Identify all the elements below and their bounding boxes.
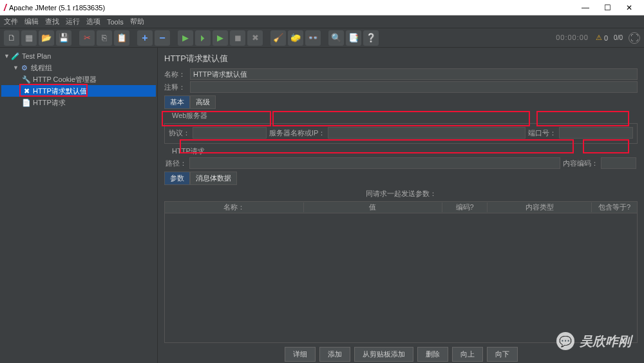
- tree-cookie-manager[interactable]: 🔧HTTP Cookie管理器: [1, 74, 156, 85]
- tree-test-plan[interactable]: ▼🧪Test Plan: [1, 50, 156, 62]
- open-button[interactable]: 📂: [39, 30, 54, 46]
- copy-button[interactable]: ⎘: [97, 30, 112, 46]
- clear-all-button[interactable]: 🧽: [288, 30, 303, 46]
- http-section-label: HTTP请求: [172, 146, 638, 156]
- protocol-label: 协议：: [169, 128, 190, 138]
- maximize-button[interactable]: ☐: [596, 1, 618, 14]
- params-table-body[interactable]: [165, 213, 637, 342]
- tree-http-defaults[interactable]: ✖HTTP请求默认值: [1, 85, 156, 97]
- content-panel: HTTP请求默认值 名称： 注释： 基本 高级 Web服务器 协议： 服务器名称…: [158, 48, 644, 363]
- name-label: 名称：: [164, 70, 190, 79]
- menu-edit[interactable]: 编辑: [24, 17, 39, 26]
- titlebar: / Apache JMeter (5.1 r1853635) — ☐ ✕: [0, 0, 644, 15]
- col-encode[interactable]: 编码?: [442, 202, 488, 212]
- protocol-input[interactable]: [193, 127, 267, 139]
- toggle-button[interactable]: 👓: [305, 30, 321, 46]
- params-table: 名称： 值 编码? 内容类型 包含等于?: [164, 201, 638, 343]
- new-button[interactable]: 🗋: [4, 30, 19, 46]
- name-input[interactable]: [190, 68, 638, 80]
- warn-badge[interactable]: ⚠0: [596, 34, 608, 42]
- tab-basic[interactable]: 基本: [164, 95, 190, 109]
- del-button[interactable]: 删除: [417, 347, 448, 362]
- col-value[interactable]: 值: [304, 202, 443, 212]
- tab-body[interactable]: 消息体数据: [190, 172, 237, 185]
- app-icon: /: [4, 3, 6, 13]
- wechat-icon: 💬: [556, 332, 574, 350]
- col-name[interactable]: 名称：: [165, 202, 304, 212]
- params-header: 同请求一起发送参数：: [164, 189, 638, 199]
- encoding-label: 内容编码：: [563, 159, 598, 168]
- col-include[interactable]: 包含等于?: [592, 202, 637, 212]
- start-remote-button[interactable]: ▶: [213, 30, 228, 46]
- search-button[interactable]: 🔍: [328, 30, 344, 46]
- tree-panel: ▼🧪Test Plan ▼⚙线程组 🔧HTTP Cookie管理器 ✖HTTP请…: [0, 48, 158, 363]
- down-button[interactable]: 向下: [487, 347, 518, 362]
- path-label: 路径：: [166, 159, 187, 168]
- web-server-group: 协议： 服务器名称或IP： 端口号：: [164, 123, 638, 144]
- templates-button[interactable]: ▦: [21, 30, 37, 46]
- port-input[interactable]: [559, 127, 633, 139]
- timer: 00:00:00: [556, 34, 589, 42]
- menubar: 文件 编辑 查找 运行 选项 Tools 帮助: [0, 15, 644, 28]
- remove-button[interactable]: −: [155, 30, 170, 46]
- server-label: 服务器名称或IP：: [269, 128, 325, 138]
- watermark: 💬 吴欣咋刚: [556, 332, 631, 350]
- menu-file[interactable]: 文件: [4, 17, 18, 26]
- window-buttons: — ☐ ✕: [574, 1, 640, 14]
- tab-params[interactable]: 参数: [164, 172, 190, 185]
- menu-options[interactable]: 选项: [86, 17, 100, 26]
- minimize-button[interactable]: —: [574, 1, 596, 14]
- main: ▼🧪Test Plan ▼⚙线程组 🔧HTTP Cookie管理器 ✖HTTP请…: [0, 48, 644, 363]
- col-ctype[interactable]: 内容类型: [488, 202, 592, 212]
- shutdown-button[interactable]: ✖: [247, 30, 263, 46]
- stop-button[interactable]: ◼: [230, 30, 245, 46]
- menu-run[interactable]: 运行: [66, 17, 80, 26]
- thread-count: 0/0: [614, 34, 623, 41]
- add-button[interactable]: +: [137, 30, 153, 46]
- window-title: Apache JMeter (5.1 r1853635): [9, 4, 574, 12]
- menu-help[interactable]: 帮助: [130, 17, 144, 26]
- help-button[interactable]: ❔: [363, 30, 379, 46]
- panel-title: HTTP请求默认值: [164, 53, 638, 64]
- tree-http-request[interactable]: 📄HTTP请求: [1, 97, 156, 108]
- add-button[interactable]: 添加: [319, 347, 350, 362]
- tree-thread-group[interactable]: ▼⚙线程组: [1, 62, 156, 74]
- up-button[interactable]: 向上: [452, 347, 483, 362]
- menu-search[interactable]: 查找: [45, 17, 59, 26]
- path-input[interactable]: [189, 157, 560, 169]
- save-button[interactable]: 💾: [56, 30, 71, 46]
- paste-button[interactable]: 📋: [114, 30, 129, 46]
- encoding-input[interactable]: [601, 157, 636, 169]
- clear-button[interactable]: 🧹: [270, 30, 286, 46]
- web-section-label: Web服务器: [172, 111, 638, 121]
- toolbar: 🗋 ▦ 📂 💾 ✂ ⎘ 📋 + − ▶ ⏵ ▶ ◼ ✖ 🧹 🧽 👓 🔍 📑 ❔ …: [0, 28, 644, 48]
- close-button[interactable]: ✕: [618, 1, 640, 14]
- detail-button[interactable]: 详细: [285, 347, 316, 362]
- clip-button[interactable]: 从剪贴板添加: [354, 347, 413, 362]
- tab-advanced[interactable]: 高级: [190, 95, 216, 109]
- server-input[interactable]: [328, 127, 526, 139]
- comment-label: 注释：: [164, 83, 190, 92]
- cut-button[interactable]: ✂: [79, 30, 95, 46]
- start-button[interactable]: ▶: [178, 30, 193, 46]
- menu-tools[interactable]: Tools: [107, 18, 124, 26]
- port-label: 端口号：: [528, 128, 556, 138]
- start-no-pause-button[interactable]: ⏵: [195, 30, 211, 46]
- watermark-text: 吴欣咋刚: [580, 333, 631, 350]
- expand-button[interactable]: ⛶: [629, 32, 640, 44]
- comment-input[interactable]: [190, 81, 638, 93]
- function-button[interactable]: 📑: [346, 30, 361, 46]
